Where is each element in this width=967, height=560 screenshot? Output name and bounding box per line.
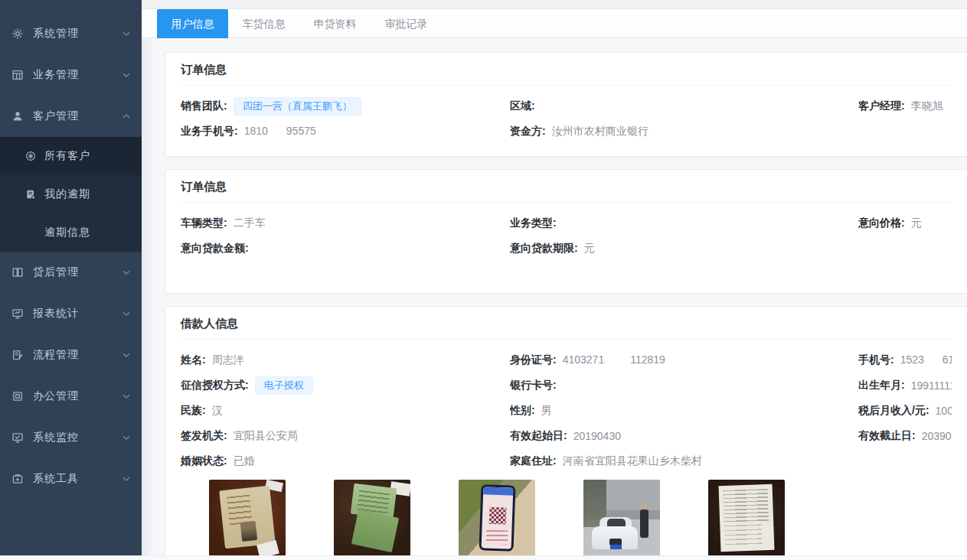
field-label: 有效截止日: xyxy=(858,429,916,443)
tab-bar: 用户信息 车贷信息 申贷资料 审批记录 xyxy=(142,9,967,38)
sidebar-item-business-mgmt[interactable]: 业务管理 xyxy=(0,54,142,96)
sidebar-item-system-tools[interactable]: 系统工具 xyxy=(0,458,142,500)
field-empty xyxy=(858,236,952,261)
field-value: 宜阳县公安局 xyxy=(234,429,298,443)
sales-team-tag[interactable]: 四团一营（直属王鹏飞） xyxy=(234,97,361,116)
field-issuing-authority: 签发机关: 宜阳县公安局 xyxy=(181,423,510,448)
photo-decor xyxy=(219,486,276,549)
chevron-down-icon xyxy=(122,309,131,318)
field-region: 区域: xyxy=(510,93,858,119)
sidebar-item-system-monitor[interactable]: 系统监控 xyxy=(0,417,142,458)
overdue-doc-icon xyxy=(25,189,36,200)
tab-approval-records[interactable]: 审批记录 xyxy=(371,9,442,38)
monitor-icon xyxy=(11,308,24,320)
sidebar-item-overdue-info[interactable]: 逾期信息 xyxy=(0,213,142,252)
sidebar: 系统管理 业务管理 客户管理 所有客户 我的逾期 逾期信息 xyxy=(0,0,142,560)
field-home-address: 家庭住址: 河南省宜阳县花果山乡木柴村 xyxy=(510,448,858,474)
sidebar-item-customer-mgmt[interactable]: 客户管理 xyxy=(0,96,142,137)
sidebar-item-all-customers[interactable]: 所有客户 xyxy=(0,137,142,175)
field-valid-to: 有效截止日: 20390430 xyxy=(858,423,952,448)
field-value: 4103271112819 xyxy=(563,353,665,366)
photo-thumb-id-card[interactable] xyxy=(209,480,286,556)
photo-thumb-person-with-car[interactable] xyxy=(583,480,660,556)
main-panel: 用户信息 车贷信息 申贷资料 审批记录 订单信息 销售团队: 四团一营（直属王鹏… xyxy=(142,0,967,560)
sidebar-item-process-mgmt[interactable]: 流程管理 xyxy=(0,334,142,376)
user-icon xyxy=(11,110,24,122)
sidebar-item-postloan-mgmt[interactable]: 贷后管理 xyxy=(0,252,142,293)
photo-thumb-paper-document[interactable] xyxy=(708,480,785,556)
redaction-box xyxy=(924,355,942,366)
chevron-down-icon xyxy=(122,29,131,38)
field-value: 周志洋 xyxy=(212,353,244,367)
field-value: 19911111 xyxy=(911,379,952,392)
field-value: 15236137 xyxy=(900,353,952,366)
field-label: 手机号: xyxy=(858,353,894,367)
sidebar-item-label: 逾期信息 xyxy=(44,226,90,239)
content-left-gutter xyxy=(142,39,152,560)
sidebar-item-label: 贷后管理 xyxy=(33,265,122,279)
chevron-down-icon xyxy=(122,392,131,401)
field-monthly-income: 税后月收入/元: 10000 xyxy=(858,398,952,423)
chevron-down-icon xyxy=(122,350,131,360)
field-bank-card: 银行卡号: xyxy=(510,373,858,398)
chevron-down-icon xyxy=(122,474,131,483)
sidebar-item-label: 流程管理 xyxy=(33,348,122,362)
field-sales-team: 销售团队: 四团一营（直属王鹏飞） xyxy=(181,93,510,119)
tab-user-info[interactable]: 用户信息 xyxy=(157,9,228,38)
sidebar-item-label: 报表统计 xyxy=(33,307,122,321)
sidebar-item-label: 我的逾期 xyxy=(44,187,90,201)
field-business-phone: 业务手机号: 181095575 xyxy=(181,119,510,144)
borrower-info-card: 借款人信息 姓名: 周志洋 身份证号: 4103271112819 手机号: 1… xyxy=(165,306,967,560)
header-strip xyxy=(142,0,967,9)
chevron-down-icon xyxy=(122,70,131,80)
chevron-up-icon xyxy=(122,112,131,121)
field-label: 车辆类型: xyxy=(181,217,227,230)
field-gender: 性别: 男 xyxy=(510,398,858,423)
field-intent-term: 意向贷款期限: 元 xyxy=(510,236,858,261)
sidebar-item-report-stats[interactable]: 报表统计 xyxy=(0,293,142,334)
customer-mgmt-submenu: 所有客户 我的逾期 逾期信息 xyxy=(0,137,142,252)
field-label: 有效起始日: xyxy=(510,429,567,443)
field-empty xyxy=(858,119,952,144)
sidebar-item-my-overdue[interactable]: 我的逾期 xyxy=(0,175,142,213)
photo-thumb-license-booklet[interactable] xyxy=(334,480,410,556)
field-label: 婚姻状态: xyxy=(181,454,227,468)
field-marital-status: 婚姻状态: 已婚 xyxy=(181,448,510,474)
field-intent-amount: 意向贷款金额: xyxy=(181,236,510,261)
field-label: 区域: xyxy=(510,99,535,113)
gear-icon xyxy=(11,28,24,40)
toolbox-icon xyxy=(11,473,24,485)
field-value: 李晓旭 xyxy=(911,99,943,113)
field-label: 身份证号: xyxy=(510,353,557,367)
field-ethnicity: 民族: 汉 xyxy=(181,398,510,423)
clipboard-pencil-icon xyxy=(11,349,24,361)
field-value: 20390430 xyxy=(922,430,952,442)
credit-auth-tag[interactable]: 电子授权 xyxy=(255,376,313,395)
field-label: 家庭住址: xyxy=(510,454,557,468)
field-birth-date: 出生年月: 19911111 xyxy=(858,373,952,398)
field-label: 性别: xyxy=(510,404,535,418)
redaction-box xyxy=(268,126,286,138)
field-label: 资金方: xyxy=(510,125,546,138)
photo-thumb-qr-code-phone[interactable] xyxy=(459,480,535,556)
sidebar-item-office-mgmt[interactable]: 办公管理 xyxy=(0,376,142,417)
book-icon xyxy=(11,266,24,278)
field-id-number: 身份证号: 4103271112819 xyxy=(510,347,858,373)
sidebar-item-system-mgmt[interactable]: 系统管理 xyxy=(0,13,142,54)
content-area: 订单信息 销售团队: 四团一营（直属王鹏飞） 区域: 客户经理: 李晓旭 业务手… xyxy=(142,39,967,560)
sidebar-item-label: 所有客户 xyxy=(44,149,90,163)
tab-car-loan-info[interactable]: 车贷信息 xyxy=(228,9,299,38)
field-label: 意向价格: xyxy=(858,217,905,230)
order-info-card: 订单信息 销售团队: 四团一营（直属王鹏飞） 区域: 客户经理: 李晓旭 业务手… xyxy=(165,52,967,157)
tab-loan-application-docs[interactable]: 申贷资料 xyxy=(299,9,371,38)
field-label: 业务类型: xyxy=(510,217,557,230)
field-label: 民族: xyxy=(181,404,206,418)
field-label: 征信授权方式: xyxy=(181,379,249,392)
sidebar-item-label: 客户管理 xyxy=(33,109,122,123)
horizontal-scrollbar-track[interactable] xyxy=(0,555,967,560)
photo-block: 人车合影 xyxy=(583,480,660,560)
field-label: 意向贷款金额: xyxy=(181,242,249,256)
field-value: 二手车 xyxy=(234,217,266,230)
sidebar-item-label: 业务管理 xyxy=(33,68,122,82)
sidebar-item-label: 办公管理 xyxy=(33,389,122,403)
